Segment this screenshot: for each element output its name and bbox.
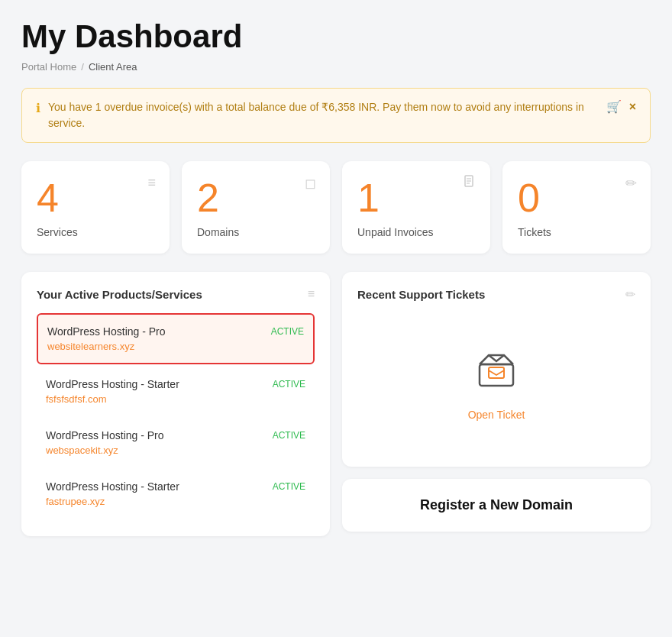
alert-banner: ℹ You have 1 overdue invoice(s) with a t… xyxy=(21,88,651,143)
domains-icon: ◻ xyxy=(305,175,316,192)
domains-count: 2 xyxy=(197,176,318,220)
alert-icon: ℹ xyxy=(36,101,40,115)
service-item-1-row: WordPress Hosting - Pro ACTIVE xyxy=(47,325,304,338)
right-column: Recent Support Tickets ✏ xyxy=(342,272,651,536)
service-item-3-row: WordPress Hosting - Pro ACTIVE xyxy=(46,429,305,441)
service-item-3[interactable]: WordPress Hosting - Pro ACTIVE webspacek… xyxy=(37,419,315,467)
service-item-1[interactable]: WordPress Hosting - Pro ACTIVE websitele… xyxy=(37,313,315,364)
alert-pay-button[interactable]: 🛒 xyxy=(606,99,622,114)
services-count: 4 xyxy=(37,176,157,220)
services-label: Services xyxy=(37,226,157,238)
breadcrumb-parent[interactable]: Portal Home xyxy=(21,61,76,73)
breadcrumb-current: Client Area xyxy=(89,61,137,73)
invoices-label: Unpaid Invoices xyxy=(357,226,478,238)
service-status-3: ACTIVE xyxy=(273,430,305,441)
alert-close-button[interactable]: × xyxy=(629,100,636,114)
service-item-4-row: WordPress Hosting - Starter ACTIVE xyxy=(46,480,305,493)
stats-grid: ≡ 4 Services ◻ 2 Domains 1 Unpaid Invoic… xyxy=(21,161,651,254)
support-panel-title: Recent Support Tickets xyxy=(357,288,485,301)
ticket-icon-wrap xyxy=(472,344,521,396)
stat-card-services[interactable]: ≡ 4 Services xyxy=(21,161,170,254)
register-domain-panel[interactable]: Register a New Domain xyxy=(342,479,651,532)
stat-card-domains[interactable]: ◻ 2 Domains xyxy=(182,161,330,254)
service-domain-2: fsfsfsdfsf.com xyxy=(46,393,305,405)
products-panel-title: Your Active Products/Services xyxy=(37,288,202,301)
alert-text: You have 1 overdue invoice(s) with a tot… xyxy=(48,99,593,131)
bottom-grid: Your Active Products/Services ≡ WordPres… xyxy=(21,272,651,536)
service-status-4: ACTIVE xyxy=(273,481,305,492)
register-domain-title: Register a New Domain xyxy=(357,497,635,513)
service-status-1: ACTIVE xyxy=(271,326,304,337)
service-name-1: WordPress Hosting - Pro xyxy=(47,325,166,338)
tickets-count: 0 xyxy=(518,176,638,220)
service-name-2: WordPress Hosting - Starter xyxy=(46,378,179,390)
support-panel-header: Recent Support Tickets ✏ xyxy=(357,287,635,302)
products-panel: Your Active Products/Services ≡ WordPres… xyxy=(21,272,330,536)
svg-rect-6 xyxy=(489,367,504,378)
support-panel-body: Open Ticket xyxy=(357,314,635,451)
stat-card-invoices[interactable]: 1 Unpaid Invoices xyxy=(342,161,490,254)
support-panel: Recent Support Tickets ✏ xyxy=(342,272,651,467)
domains-label: Domains xyxy=(197,226,318,238)
service-domain-4: fastrupee.xyz xyxy=(46,496,305,507)
tickets-icon: ✏ xyxy=(625,175,637,192)
service-status-2: ACTIVE xyxy=(273,379,305,390)
products-panel-icon: ≡ xyxy=(308,287,315,301)
support-panel-icon: ✏ xyxy=(625,287,635,302)
service-name-4: WordPress Hosting - Starter xyxy=(46,480,179,493)
service-name-3: WordPress Hosting - Pro xyxy=(46,429,164,441)
service-item-4[interactable]: WordPress Hosting - Starter ACTIVE fastr… xyxy=(37,470,315,518)
open-ticket-link[interactable]: Open Ticket xyxy=(468,409,525,421)
tickets-label: Tickets xyxy=(518,226,638,238)
invoices-icon xyxy=(464,175,477,192)
service-domain-3: webspacekit.xyz xyxy=(46,445,305,456)
service-item-2-row: WordPress Hosting - Starter ACTIVE xyxy=(46,378,305,390)
breadcrumb: Portal Home / Client Area xyxy=(21,61,651,73)
stat-card-tickets[interactable]: ✏ 0 Tickets xyxy=(502,161,651,254)
services-icon: ≡ xyxy=(147,175,156,191)
page-title: My Dashboard xyxy=(21,18,651,55)
products-panel-header: Your Active Products/Services ≡ xyxy=(37,287,315,301)
invoices-count: 1 xyxy=(357,176,478,220)
breadcrumb-separator: / xyxy=(81,61,84,73)
service-domain-1: websitelearners.xyz xyxy=(47,341,304,352)
alert-actions: 🛒 × xyxy=(606,99,636,114)
service-item-2[interactable]: WordPress Hosting - Starter ACTIVE fsfsf… xyxy=(37,367,315,416)
